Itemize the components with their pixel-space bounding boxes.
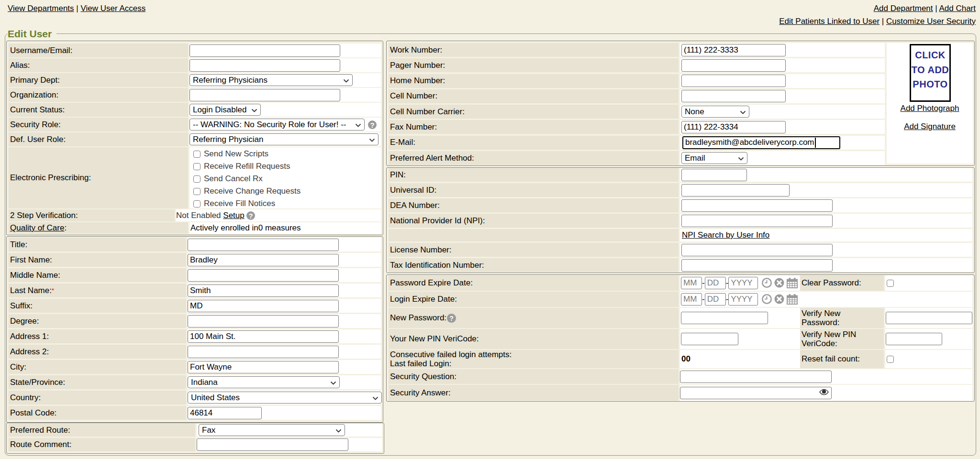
svg-text:?: ?	[449, 314, 454, 322]
svg-text:?: ?	[370, 120, 374, 129]
svg-text:?: ?	[249, 211, 253, 219]
